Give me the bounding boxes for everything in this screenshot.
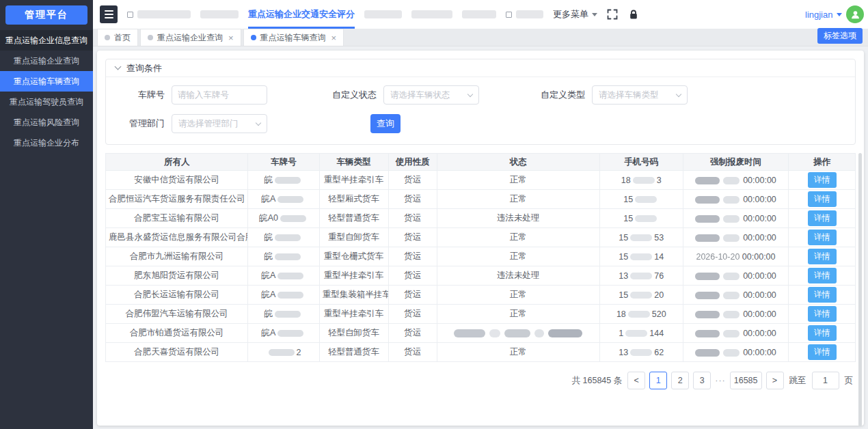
custom-type-select[interactable]: 请选择车辆类型 [592, 85, 688, 105]
redacted-label [137, 10, 191, 18]
redacted-nav-item[interactable] [364, 0, 402, 29]
cell-phone: 18520 [599, 305, 683, 324]
cell-plate: 皖A [248, 266, 319, 286]
cell-action: 详情 [789, 190, 856, 209]
custom-status-select[interactable]: 请选择车辆状态 [383, 85, 479, 105]
redacted-nav-item[interactable] [462, 0, 496, 29]
detail-button[interactable]: 详情 [808, 191, 837, 207]
cell-plate: 2 [248, 343, 319, 362]
redacted-nav-item[interactable] [127, 0, 191, 29]
scrap-time-suffix: 00:00:00 [743, 271, 776, 281]
cell-phone: 183 [599, 171, 683, 190]
redacted-pill [277, 330, 303, 337]
lock-icon[interactable] [629, 10, 638, 20]
topnav-right: lingjian [607, 5, 864, 23]
plate-number-input[interactable] [172, 85, 267, 105]
page-button[interactable]: 3 [693, 372, 711, 389]
sidebar-item[interactable]: 重点运输驾驶员查询 [0, 92, 93, 112]
page-button[interactable]: 16585 [730, 372, 762, 389]
search-button[interactable]: 查询 [370, 114, 401, 133]
sidebar: 管理平台 重点运输企业信息查询 重点运输企业查询重点运输车辆查询重点运输驾驶员查… [0, 0, 93, 429]
redacted-pill [695, 177, 720, 184]
redacted-pill [723, 215, 740, 223]
sidebar-section-title[interactable]: 重点运输企业信息查询 [0, 30, 93, 51]
cell-status [437, 324, 599, 343]
total-count-label: 共 165845 条 [572, 375, 623, 387]
collapse-chevron-icon [115, 64, 122, 70]
prev-page-button[interactable]: < [627, 372, 645, 389]
plate-prefix: 皖 [265, 251, 273, 261]
redacted-label [200, 10, 239, 18]
detail-button[interactable]: 详情 [808, 306, 837, 322]
detail-button[interactable]: 详情 [808, 325, 837, 341]
redacted-label [516, 10, 543, 18]
nav-item-active[interactable]: 重点运输企业交通安全评分 [248, 0, 355, 29]
redacted-pill [723, 311, 740, 318]
top-navbar: 重点运输企业交通安全评分 更多菜单 [93, 0, 868, 29]
cell-plate: 皖 [248, 247, 319, 266]
cell-vehicle-type: 轻型普通货车 [319, 209, 388, 228]
tab[interactable]: 重点运输企业查询× [140, 29, 241, 46]
more-menu-button[interactable]: 更多菜单 [553, 8, 597, 20]
query-form-row: 车牌号 自定义状态 请选择车辆状态 自定 [110, 85, 855, 105]
column-header: 所有人 [106, 154, 248, 171]
sidebar-item[interactable]: 重点运输企业分布 [0, 133, 93, 153]
cell-plate: 皖A [248, 286, 319, 305]
page-button[interactable]: 2 [671, 372, 689, 389]
redacted-nav-item[interactable] [506, 0, 543, 29]
sidebar-item[interactable]: 重点运输车辆查询 [0, 71, 93, 92]
cell-usage: 货运 [388, 266, 437, 286]
cell-plate: 皖 [248, 171, 319, 190]
cell-vehicle-type: 轻型自卸货车 [319, 324, 388, 343]
hamburger-menu-icon[interactable] [100, 5, 118, 23]
tag-options-button[interactable]: 标签选项 [817, 28, 863, 44]
cell-scrap-time: 00:00:00 [683, 190, 789, 209]
platform-logo-button[interactable]: 管理平台 [5, 5, 87, 25]
cell-owner: 合肥伟盟汽车运输有限公司 [106, 305, 248, 324]
redacted-pill [723, 273, 740, 280]
plate-prefix: 皖A [262, 328, 276, 337]
management-dept-select[interactable]: 请选择管理部门 [172, 114, 267, 133]
plate-prefix: 皖 [265, 175, 273, 184]
detail-button[interactable]: 详情 [808, 172, 837, 188]
cell-status: 正常 [437, 171, 599, 190]
column-header: 手机号码 [599, 154, 683, 171]
detail-button[interactable]: 详情 [808, 230, 837, 245]
detail-button[interactable]: 详情 [808, 210, 837, 226]
tab[interactable]: 重点运输车辆查询× [243, 29, 344, 46]
column-header: 车辆类型 [319, 154, 388, 171]
close-tab-icon[interactable]: × [331, 33, 337, 42]
cell-owner: 合肥恒运汽车货运服务有限责任公司 [106, 190, 248, 209]
detail-button[interactable]: 详情 [808, 249, 837, 264]
redacted-nav-item[interactable] [411, 0, 452, 29]
sidebar-item[interactable]: 重点运输企业查询 [0, 51, 93, 71]
jump-page-input[interactable] [812, 372, 839, 389]
detail-button[interactable]: 详情 [808, 287, 837, 303]
user-avatar[interactable] [846, 5, 864, 23]
close-tab-icon[interactable]: × [228, 33, 234, 42]
detail-button[interactable]: 详情 [808, 344, 837, 360]
tab[interactable]: 首页 [97, 29, 138, 46]
redacted-pill [635, 215, 657, 222]
redacted-pill [630, 234, 652, 241]
fullscreen-icon[interactable] [607, 9, 618, 20]
redacted-pill [695, 273, 720, 280]
redacted-nav-item[interactable] [200, 0, 239, 29]
vehicle-table: 所有人车牌号车辆类型使用性质状态手机号码强制报废时间操作 安徽中信货运有限公司皖… [105, 153, 856, 362]
sidebar-item[interactable]: 重点运输风险查询 [0, 112, 93, 133]
vertical-scrollbar[interactable] [858, 153, 862, 426]
redacted-pill [277, 196, 303, 203]
next-page-button[interactable]: > [766, 372, 784, 389]
redacted-label [411, 10, 452, 18]
redacted-pill [625, 330, 647, 337]
query-panel-header[interactable]: 查询条件 [106, 59, 855, 77]
user-menu[interactable]: lingjian [805, 5, 864, 23]
cell-action: 详情 [789, 343, 856, 362]
detail-button[interactable]: 详情 [808, 268, 837, 283]
cell-phone: 1514 [599, 247, 683, 266]
page-button[interactable]: 1 [649, 372, 667, 389]
cell-action: 详情 [789, 305, 856, 324]
table-row: 合肥天喜货运有限公司2轻型普通货车货运正常136200:00:00详情 [106, 343, 856, 362]
scrap-time-suffix: 00:00:00 [743, 348, 776, 357]
query-form-row: 管理部门 请选择管理部门 查询 [110, 114, 855, 133]
